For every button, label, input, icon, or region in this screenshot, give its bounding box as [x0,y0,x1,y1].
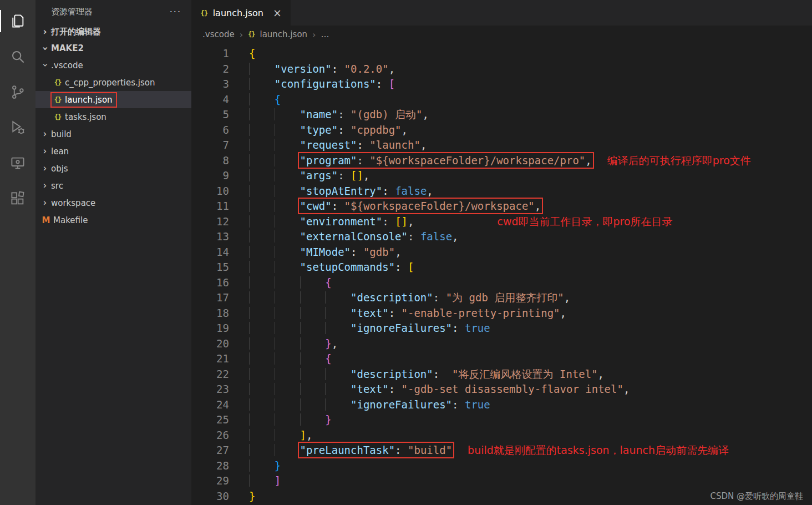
tree-item-launch-json[interactable]: {}launch.json [35,91,191,108]
line-number[interactable]: 8 [191,153,229,169]
code-line-27[interactable]: 27 "preLaunchTask": "build"build就是刚配置的ta… [191,443,812,458]
line-number[interactable]: 3 [191,77,229,92]
code-line-content: "program": "${workspaceFolder}/workspace… [249,153,751,169]
line-number[interactable]: 16 [191,275,229,291]
remote-explorer-icon[interactable] [4,145,31,181]
code-line-content: "description": "将反汇编风格设置为 Intel", [249,367,604,382]
line-number[interactable]: 13 [191,229,229,245]
code-line-22[interactable]: 22 "description": "将反汇编风格设置为 Intel", [191,367,812,382]
tab-bar: {} launch.json × [191,0,812,26]
explorer-icon[interactable] [4,3,31,39]
code-line-content: "ignoreFailures": true [249,397,490,413]
code-line-25[interactable]: 25 } [191,412,812,428]
line-number[interactable]: 18 [191,306,229,321]
code-line-3[interactable]: 3 "configurations": [ [191,77,812,92]
tree-item-c-cpp-properties-json[interactable]: {}c_cpp_properties.json [35,74,191,91]
source-control-icon[interactable] [4,74,31,110]
line-number[interactable]: 30 [191,489,229,504]
tree-item-lean[interactable]: ›lean [35,143,191,160]
line-number[interactable]: 15 [191,260,229,275]
line-number[interactable]: 29 [191,473,229,489]
tab-launch-json[interactable]: {} launch.json × [191,0,291,26]
code-line-28[interactable]: 28 } [191,458,812,474]
tree-item-tasks-json[interactable]: {}tasks.json [35,108,191,125]
line-number[interactable]: 14 [191,245,229,260]
code-line-7[interactable]: 7 "request": "launch", [191,138,812,153]
tree-item-workspace[interactable]: ›workspace [35,194,191,211]
code-line-5[interactable]: 5 "name": "(gdb) 启动", [191,107,812,123]
code-editor[interactable]: 1{2 "version": "0.2.0",3 "configurations… [191,43,812,505]
line-number[interactable]: 22 [191,367,229,382]
chevron-right-icon: › [40,198,50,208]
code-line-19[interactable]: 19 "ignoreFailures": true [191,321,812,336]
line-number[interactable]: 20 [191,336,229,352]
code-line-24[interactable]: 24 "ignoreFailures": true [191,397,812,413]
line-number[interactable]: 21 [191,351,229,367]
extensions-icon[interactable] [4,181,31,216]
tree-item-src[interactable]: ›src [35,177,191,194]
line-number[interactable]: 12 [191,214,229,230]
line-number[interactable]: 1 [191,46,229,62]
breadcrumb-item-launch-json[interactable]: launch.json [260,29,308,39]
code-line-15[interactable]: 15 "setupCommands": [ [191,260,812,275]
line-number[interactable]: 25 [191,412,229,428]
sidebar-title: 资源管理器 [51,7,93,17]
search-icon[interactable] [4,39,31,74]
more-actions-icon[interactable]: ··· [170,7,181,17]
line-number[interactable]: 5 [191,107,229,123]
line-number[interactable]: 11 [191,199,229,214]
code-line-4[interactable]: 4 { [191,92,812,108]
line-number[interactable]: 2 [191,62,229,77]
tree-item-objs[interactable]: ›objs [35,160,191,177]
code-line-9[interactable]: 9 "args": [], [191,168,812,184]
red-annotation-box: "preLaunchTask": "build" [300,444,453,456]
breadcrumb-item-more[interactable]: … [321,29,329,39]
code-line-23[interactable]: 23 "text": "-gdb-set disassembly-flavor … [191,382,812,397]
line-number[interactable]: 23 [191,382,229,397]
tree-item-content: ›workspace [40,196,99,210]
json-file-icon: {} [52,79,64,87]
line-number[interactable]: 9 [191,168,229,184]
line-number[interactable]: 17 [191,290,229,306]
run-and-debug-icon[interactable] [4,110,31,145]
line-number[interactable]: 26 [191,428,229,443]
line-number[interactable]: 27 [191,443,229,458]
workspace-root[interactable]: › MAKE2 [35,40,191,57]
vscode-window: 资源管理器 ··· › 打开的编辑器 › MAKE2 ›.vscode{}c_c… [0,0,812,505]
line-number[interactable]: 4 [191,92,229,108]
code-line-content: { [249,351,332,367]
code-line-26[interactable]: 26 ], [191,428,812,443]
line-number[interactable]: 7 [191,138,229,153]
code-line-content: "args": [], [249,168,369,184]
open-editors-section[interactable]: › 打开的编辑器 [35,23,191,40]
code-line-18[interactable]: 18 "text": "-enable-pretty-printing", [191,306,812,321]
code-line-12[interactable]: 12 "environment": [],cwd即当前工作目录，即pro所在目录 [191,214,812,230]
code-line-14[interactable]: 14 "MIMode": "gdb", [191,245,812,260]
code-line-17[interactable]: 17 "description": "为 gdb 启用整齐打印", [191,290,812,306]
code-line-1[interactable]: 1{ [191,46,812,62]
line-number[interactable]: 10 [191,184,229,199]
tree-item-vscode[interactable]: ›.vscode [35,57,191,74]
tree-item-build[interactable]: ›build [35,125,191,143]
tree-item-makefile[interactable]: MMakefile [35,211,191,229]
breadcrumb-item-vscode[interactable]: .vscode [202,29,235,39]
red-annotation-text: 编译后的可执行程序即pro文件 [607,154,751,166]
code-line-2[interactable]: 2 "version": "0.2.0", [191,62,812,77]
code-line-13[interactable]: 13 "externalConsole": false, [191,229,812,245]
line-number[interactable]: 6 [191,123,229,138]
chevron-down-icon: › [40,60,50,70]
line-number[interactable]: 24 [191,397,229,413]
code-line-6[interactable]: 6 "type": "cppdbg", [191,123,812,138]
code-line-content: }, [249,336,338,352]
code-line-29[interactable]: 29 ] [191,473,812,489]
code-line-16[interactable]: 16 { [191,275,812,291]
code-line-8[interactable]: 8 "program": "${workspaceFolder}/workspa… [191,153,812,169]
code-line-20[interactable]: 20 }, [191,336,812,352]
line-number[interactable]: 19 [191,321,229,336]
line-number[interactable]: 28 [191,458,229,474]
json-file-icon: {} [52,96,64,104]
close-icon[interactable]: × [273,7,282,19]
code-line-21[interactable]: 21 { [191,351,812,367]
code-line-11[interactable]: 11 "cwd": "${workspaceFolder}/workspace"… [191,199,812,214]
code-line-10[interactable]: 10 "stopAtEntry": false, [191,184,812,199]
